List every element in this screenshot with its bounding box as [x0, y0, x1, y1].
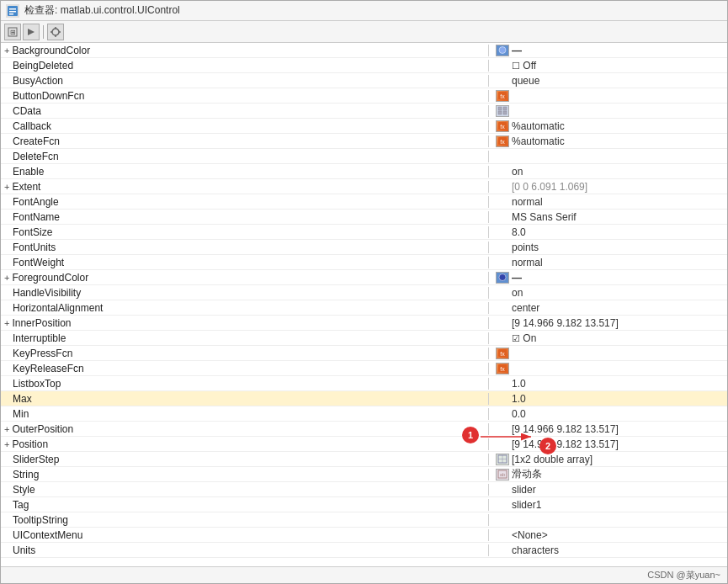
expand-icon[interactable]: + [4, 273, 9, 283]
table-row[interactable]: Callbackfx%automatic [1, 119, 727, 134]
property-name: UIContextMenu [1, 529, 489, 541]
table-row[interactable]: FontAnglenormal [1, 194, 727, 210]
table-row[interactable]: SliderStep[1x2 double array] [1, 452, 727, 467]
property-value-text: [1x2 double array] [512, 454, 592, 465]
expand-icon[interactable]: + [4, 182, 9, 192]
table-row[interactable]: HorizontalAlignmentcenter [1, 300, 727, 316]
table-row[interactable]: FontSize8.0 [1, 225, 727, 240]
property-value-text: MS Sans Serif [512, 211, 577, 223]
property-name-text: FontName [13, 211, 60, 223]
property-name-text: ListboxTop [13, 378, 61, 390]
toolbar-btn-2[interactable] [23, 24, 40, 40]
toolbar-btn-3[interactable] [47, 24, 64, 40]
function-icon[interactable]: fx [496, 135, 509, 147]
property-name: +Extent [1, 181, 489, 193]
foreground-color-icon[interactable] [496, 272, 509, 284]
property-name-text: HandleVisibility [13, 287, 81, 299]
table-row[interactable]: KeyReleaseFcnfx [1, 361, 727, 376]
property-name-text: TooltipString [13, 514, 68, 526]
property-name-text: UIContextMenu [13, 529, 82, 541]
property-value-text: [9 14.966 9.182 13.517] [512, 317, 619, 329]
function-icon[interactable]: fx [496, 348, 509, 359]
function-icon[interactable]: fx [496, 90, 509, 102]
property-name-text: Style [13, 484, 35, 496]
svg-point-7 [52, 29, 59, 35]
table-row[interactable]: Styleslider [1, 482, 727, 497]
svg-rect-2 [9, 11, 16, 13]
property-name: SliderStep [1, 454, 489, 465]
table-row[interactable]: Min0.0 [1, 406, 727, 422]
property-value: [9 14.966 9.182 13.517] [489, 438, 727, 450]
table-row[interactable]: +BackgroundColor— [1, 43, 727, 58]
table-row[interactable]: +ForegroundColor— [1, 270, 727, 285]
string-icon[interactable]: ab [496, 469, 509, 480]
table-row[interactable]: +Extent[0 0 6.091 1.069] [1, 179, 727, 194]
property-name: Callback [1, 120, 489, 132]
property-value: fx [489, 363, 727, 374]
property-name-text: FontSize [13, 226, 52, 238]
property-value-text: [9 14.966 9.182 13.517] [512, 423, 619, 435]
table-row[interactable]: HandleVisibilityon [1, 285, 727, 300]
expand-icon[interactable]: + [4, 439, 9, 449]
table-row[interactable]: FontNameMS Sans Serif [1, 210, 727, 225]
table-row[interactable]: CData [1, 104, 727, 119]
property-name-text: Min [13, 408, 29, 420]
property-value: characters [489, 544, 727, 556]
table-row[interactable]: Interruptible☑ On [1, 331, 727, 346]
table-row[interactable]: ButtonDownFcnfx [1, 88, 727, 104]
expand-icon[interactable]: + [4, 318, 9, 328]
property-value: ab滑动条 [489, 467, 727, 481]
property-name: FontAngle [1, 196, 489, 208]
property-name-text: FontWeight [13, 257, 64, 268]
property-value-text: [9 14.966 9.182 13.517] [512, 438, 619, 450]
table-row[interactable]: KeyPressFcnfx [1, 346, 727, 361]
property-name: ListboxTop [1, 378, 489, 390]
property-value-text: — [512, 45, 522, 56]
table-row[interactable]: +Position[9 14.966 9.182 13.517] [1, 437, 727, 452]
toolbar-btn-1[interactable]: ⊞ [4, 24, 21, 40]
svg-text:fx: fx [500, 366, 505, 372]
table-row[interactable]: BeingDeleted☐ Off [1, 58, 727, 73]
property-value-text: slider [512, 484, 536, 496]
property-value-text: 1.0 [512, 378, 526, 390]
table-row[interactable]: Enableon [1, 164, 727, 179]
table-row[interactable]: Unitscharacters [1, 543, 727, 558]
property-value-text: normal [512, 257, 543, 268]
table-row[interactable]: Stringab滑动条 [1, 467, 727, 482]
toolbar-separator [43, 25, 44, 39]
grid-icon[interactable] [496, 105, 509, 117]
function-icon[interactable]: fx [496, 120, 509, 132]
table-row[interactable]: DeleteFcn [1, 149, 727, 164]
table-row[interactable]: Tagslider1 [1, 497, 727, 512]
table-row[interactable]: CreateFcnfx%automatic [1, 134, 727, 149]
table-row[interactable]: UIContextMenu<None> [1, 528, 727, 543]
property-name: FontWeight [1, 257, 489, 268]
property-value: slider [489, 484, 727, 496]
table-row[interactable]: FontWeightnormal [1, 255, 727, 270]
table-row[interactable]: BusyActionqueue [1, 73, 727, 88]
property-name: Interruptible [1, 332, 489, 344]
property-name-text: CreateFcn [13, 135, 60, 147]
table-row[interactable]: +InnerPosition[9 14.966 9.182 13.517] [1, 316, 727, 331]
expand-icon[interactable]: + [4, 424, 9, 434]
table-row[interactable]: +OuterPosition[9 14.966 9.182 13.517] [1, 422, 727, 437]
property-name-text: Interruptible [13, 332, 66, 344]
property-name: Min [1, 408, 489, 420]
property-value: ☐ Off [489, 60, 727, 72]
table-row[interactable]: Max1.0 [1, 391, 727, 406]
expand-icon[interactable]: + [4, 45, 9, 56]
property-value: fx%automatic [489, 120, 727, 132]
color-icon[interactable] [496, 45, 509, 56]
table-row[interactable]: FontUnitspoints [1, 240, 727, 255]
svg-text:ab: ab [500, 472, 506, 477]
property-name: FontUnits [1, 242, 489, 253]
table-row[interactable]: ListboxTop1.0 [1, 376, 727, 391]
function-icon[interactable]: fx [496, 363, 509, 374]
main-window: 检查器: matlab.ui.control.UIControl ⊞ [0, 0, 728, 584]
matrix-icon[interactable] [496, 454, 509, 465]
table-row[interactable]: TooltipString [1, 512, 727, 528]
property-name: Max [1, 393, 489, 405]
property-name: DeleteFcn [1, 151, 489, 162]
properties-table[interactable]: +BackgroundColor—BeingDeleted☐ OffBusyAc… [1, 43, 727, 566]
property-name: String [1, 469, 489, 480]
